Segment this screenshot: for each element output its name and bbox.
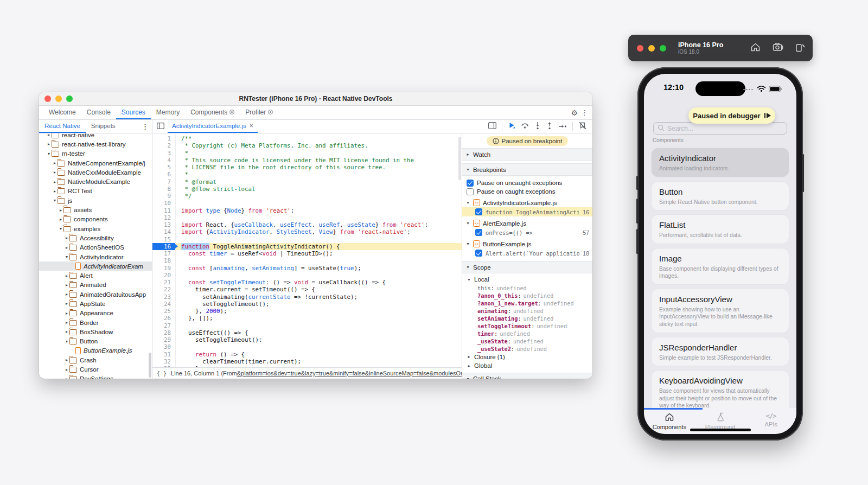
tree-item-crash[interactable]: ▸Crash [39,355,152,365]
code-area[interactable]: 1/**2 * Copyright (c) Meta Platforms, In… [152,133,462,367]
line-number[interactable]: 1 [152,135,175,142]
tab-memory[interactable]: Memory [151,106,185,119]
line-number[interactable]: 22 [152,286,175,293]
line-number[interactable]: 20 [152,272,175,279]
component-card-image[interactable]: ImageBase component for displaying diffe… [652,248,789,284]
tree-item-nativecxxmoduleexample[interactable]: ▸NativeCxxModuleExample [39,168,152,177]
callstack-section-header[interactable]: ▾ Call Stack [462,373,592,379]
tab-profiler[interactable]: Profiler [240,106,278,119]
scope-local-header[interactable]: ▾ Local [462,275,592,284]
line-number[interactable]: 14 [152,228,175,235]
breakpoints-section-header[interactable]: ▾ Breakpoints [462,163,592,176]
simulator-traffic-lights[interactable] [637,45,666,52]
tree-item-examples[interactable]: ▾examples [39,224,152,233]
component-card-flatlist[interactable]: FlatListPerformant, scrollable list of d… [652,215,789,244]
tree-item-actionsheetios[interactable]: ▸ActionSheetIOS [39,243,152,252]
tree-item-nativemoduleexample[interactable]: ▸NativeModuleExample [39,177,152,186]
line-number[interactable]: 2 [152,142,175,149]
home-button-icon[interactable] [750,42,761,54]
line-number[interactable]: 5 [152,164,175,171]
home-indicator[interactable] [690,429,751,431]
tree-item-appearance[interactable]: ▸Appearance [39,309,152,318]
line-number[interactable]: 32 [152,358,175,365]
line-number[interactable]: 30 [152,343,175,350]
component-card-keyboardavoidingview[interactable]: KeyboardAvoidingViewBase component for v… [652,371,789,414]
tree-item-accessibility[interactable]: ▸Accessibility [39,233,152,242]
tree-item-button[interactable]: ▾Button [39,337,152,346]
resume-script-icon[interactable] [508,122,515,131]
screenshot-camera-icon[interactable] [773,42,783,54]
tree-item-react-native[interactable]: ▸react-native [39,133,152,139]
tree-scrollbar[interactable] [149,353,151,378]
tree-item-border[interactable]: ▸Border [39,318,152,327]
checkbox-checked[interactable] [475,208,482,215]
resume-icon[interactable] [764,113,771,118]
tree-item-animatedgratuitousapp[interactable]: ▸AnimatedGratuitousApp [39,290,152,299]
tree-item-boxshadow[interactable]: ▸BoxShadow [39,327,152,336]
tabbar-components[interactable]: Components [644,412,695,430]
line-number[interactable]: 24 [152,301,175,308]
breakpoint-file-alertexample-js[interactable]: ▾<>AlertExample.js [462,219,592,228]
line-number[interactable]: 27 [152,322,175,329]
line-number[interactable]: 19 [152,265,175,272]
source-url-link[interactable]: &platform=ios&dev=true&lazy=true&minify=… [237,370,462,376]
tree-item-components[interactable]: ▸components [39,215,152,224]
line-number[interactable]: 6 [152,171,175,178]
tree-item-alert[interactable]: ▸Alert [39,271,152,280]
line-number[interactable]: 28 [152,329,175,336]
checkbox-checked[interactable] [467,180,474,187]
checkbox-unchecked[interactable] [467,188,474,195]
component-card-button[interactable]: ButtonSimple React Native button compone… [652,182,789,210]
tree-item-js[interactable]: ▾js [39,196,152,205]
tab-welcome[interactable]: Welcome [43,106,81,119]
line-number[interactable]: 23 [152,293,175,301]
step-icon[interactable] [558,122,567,131]
navigator-overflow-icon[interactable]: ⋮ [142,123,152,131]
tree-item-activityindicatorexam[interactable]: ActivityIndicatorExam [39,261,152,271]
close-window-button[interactable] [637,45,643,52]
watch-section-header[interactable]: ▸ Watch [462,148,592,161]
close-tab-icon[interactable]: × [250,122,253,130]
file-tab-activityindicatorexample[interactable]: ActivityIndicatorExample.js × [168,120,258,133]
toggle-sidebar-icon[interactable] [488,122,496,131]
tab-components[interactable]: Components [185,106,240,119]
line-number[interactable]: 3 [152,150,175,157]
step-over-icon[interactable] [521,122,529,131]
line-number[interactable]: 29 [152,336,175,343]
component-card-jsresponderhandler[interactable]: JSResponderHandlerSimple example to test… [652,337,789,366]
line-number[interactable]: 21 [152,279,175,286]
line-number[interactable]: 17 [152,250,175,257]
zoom-window-button[interactable] [660,45,666,52]
hide-navigator-icon[interactable] [157,122,164,131]
pane-tab-snippets[interactable]: Snippets [86,120,121,133]
tree-item-cursor[interactable]: ▸Cursor [39,365,152,374]
line-number[interactable]: 25 [152,308,175,315]
line-number[interactable]: 7 [152,178,175,186]
line-number[interactable]: 13 [152,221,175,228]
search-input[interactable]: Search... [653,122,787,135]
execution-line-number[interactable]: 16 [152,243,175,250]
breakpoint-file-buttonexample-js[interactable]: ▾<>ButtonExample.js [462,239,592,248]
tree-item-react-native-test-library[interactable]: ▸react-native-test-library [39,139,152,149]
component-card-inputaccessoryview[interactable]: InputAccessoryViewExample showing how to… [652,289,789,333]
line-number[interactable]: 33 [152,365,175,367]
line-number[interactable]: 8 [152,186,175,193]
line-number[interactable]: 15 [152,236,175,243]
tree-item-appstate[interactable]: ▸AppState [39,299,152,308]
line-number[interactable]: 10 [152,200,175,207]
line-number[interactable]: 18 [152,257,175,264]
scope-section-header[interactable]: ▾ Scope [462,261,592,273]
step-into-icon[interactable] [534,122,541,132]
tabbar-playground[interactable]: Playground [695,412,746,430]
tabbar-apis[interactable]: </> APIs [745,412,796,427]
scope-global-header[interactable]: ▸ Global [462,361,592,371]
component-card-activityindicator[interactable]: ActivityIndicatorAnimated loading indica… [652,148,789,177]
pane-tab-react-native[interactable]: React Native [39,120,86,133]
format-brackets-icon[interactable]: { } [157,371,167,376]
window-titlebar[interactable]: RNTester (iPhone 16 Pro) - React Native … [39,92,592,106]
tree-item-devsettings[interactable]: ▸DevSettings [39,374,152,379]
deactivate-breakpoints-icon[interactable] [578,122,587,132]
breakpoint-file-activityindicatorexample-js[interactable]: ▾<>ActivityIndicatorExample.js [462,198,592,207]
checkbox-checked[interactable] [475,250,482,257]
tab-console[interactable]: Console [81,106,116,119]
